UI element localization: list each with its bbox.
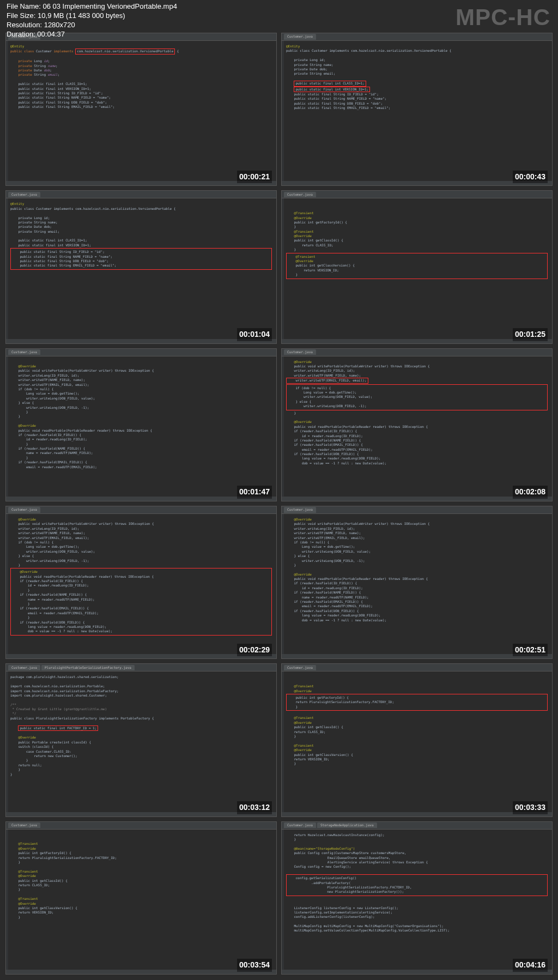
editor-tab-2: PluralsightPortableSerializationFactory.… bbox=[41, 665, 135, 670]
thumbnail-11[interactable]: Customer.java @Transient @Override publi… bbox=[5, 821, 277, 975]
timestamp: 00:02:51 bbox=[513, 644, 548, 657]
code-view: @Override public void writePortable(Port… bbox=[282, 356, 552, 469]
timestamp: 00:03:54 bbox=[237, 959, 272, 972]
timestamp: 00:04:16 bbox=[513, 959, 548, 972]
timestamp: 00:02:29 bbox=[237, 644, 272, 657]
editor-tab: Customer.java bbox=[8, 822, 40, 828]
editor-tab: Customer.java bbox=[284, 822, 316, 828]
thumbnail-10[interactable]: Customer.java @Transient @Override publi… bbox=[281, 663, 553, 816]
timestamp: 00:03:33 bbox=[513, 801, 548, 814]
code-view: @Transient @Override public int getFacto… bbox=[282, 672, 552, 769]
thumbnail-9[interactable]: Customer.javaPluralsightPortableSerializ… bbox=[5, 663, 277, 816]
thumbnail-12[interactable]: Customer.javaStorageNodeApplication.java… bbox=[281, 821, 553, 975]
timestamp: 00:00:43 bbox=[513, 171, 548, 184]
timestamp: 00:03:12 bbox=[237, 801, 272, 814]
thumbnail-7[interactable]: Customer.java @Override public void writ… bbox=[5, 506, 277, 659]
code-view: @Override public void writePortable(Port… bbox=[6, 356, 276, 473]
thumbnail-1[interactable]: Customer.java @Entity public class Custo… bbox=[5, 33, 277, 186]
code-view: @Entity public class Customer implements… bbox=[6, 198, 276, 273]
code-view: @Transient @Override public int getFacto… bbox=[6, 830, 276, 923]
code-view: return Hazelcast.newHazelcastInstance(co… bbox=[282, 830, 552, 936]
editor-tab-3: StorageNodeApplication.java bbox=[317, 822, 377, 828]
code-view: @Transient @Override public int getFacto… bbox=[282, 198, 552, 282]
editor-tab: Customer.java bbox=[8, 507, 40, 512]
thumbnail-4[interactable]: Customer.java @Transient @Override publi… bbox=[281, 190, 553, 343]
editor-tab: Customer.java bbox=[284, 192, 316, 197]
thumbnail-3[interactable]: Customer.java @Entity public class Custo… bbox=[5, 190, 277, 343]
timestamp: 00:01:04 bbox=[237, 328, 272, 341]
thumbnail-6[interactable]: Customer.java @Override public void writ… bbox=[281, 348, 553, 501]
code-view: @Entity public class Customer implements… bbox=[282, 41, 552, 113]
editor-tab: Customer.java bbox=[284, 507, 316, 512]
app-watermark: MPC-HC bbox=[456, 4, 550, 31]
file-info-overlay: File Name: 06 03 Implementing VerionedPo… bbox=[7, 2, 177, 39]
editor-tab: Customer.java bbox=[8, 665, 40, 670]
code-view: @Override public void writePortable(Port… bbox=[282, 514, 552, 626]
timestamp: 00:00:21 bbox=[237, 171, 272, 184]
thumbnail-8[interactable]: Customer.java @Override public void writ… bbox=[281, 506, 553, 659]
file-name: File Name: 06 03 Implementing VerionedPo… bbox=[7, 2, 177, 11]
editor-tab: Customer.java bbox=[284, 34, 316, 39]
timestamp: 00:02:08 bbox=[513, 486, 548, 499]
editor-tab: Customer.java bbox=[8, 349, 40, 355]
file-duration: Duration: 00:04:37 bbox=[7, 30, 177, 39]
thumbnail-grid: Customer.java @Entity public class Custo… bbox=[5, 33, 553, 975]
code-view: @Entity public class Customer implements… bbox=[6, 41, 276, 112]
file-size: File Size: 10,9 MB (11 483 000 bytes) bbox=[7, 11, 177, 21]
editor-tab: Customer.java bbox=[284, 665, 316, 670]
thumbnail-2[interactable]: Customer.java @Entity public class Custo… bbox=[281, 33, 553, 186]
editor-tab: Customer.java bbox=[284, 349, 316, 355]
code-view: package com.pluralsight.hazelcast.shared… bbox=[6, 672, 276, 780]
thumbnail-5[interactable]: Customer.java @Override public void writ… bbox=[5, 348, 277, 501]
timestamp: 00:01:25 bbox=[513, 328, 548, 341]
file-resolution: Resolution: 1280x720 bbox=[7, 21, 177, 30]
code-view: @Override public void writePortable(Port… bbox=[6, 514, 276, 639]
timestamp: 00:01:47 bbox=[237, 486, 272, 499]
editor-tab: Customer.java bbox=[8, 192, 40, 197]
